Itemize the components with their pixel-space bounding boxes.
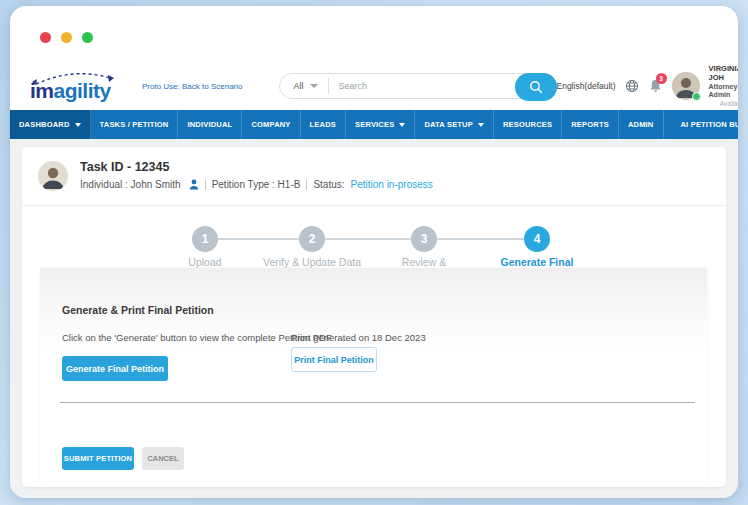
user-info[interactable]: VIRGINIA JOH Attorney Admin Available <box>709 64 738 108</box>
search-filter-dropdown[interactable]: All <box>280 81 328 91</box>
print-generated-text: Print generated on 18 Dec 2023 <box>291 332 426 343</box>
user-avatar[interactable] <box>672 72 700 100</box>
meta-divider <box>205 179 206 190</box>
logo-prefix: im <box>30 79 54 102</box>
chevron-down-icon <box>399 123 405 127</box>
chevron-down-icon <box>75 123 81 127</box>
header-right-cluster: English(default) 3 VIRGINIA JOH Attorney… <box>557 64 739 108</box>
print-final-petition-button[interactable]: Print Final Petition <box>291 347 377 372</box>
user-availability: Available <box>720 100 738 108</box>
notifications-button[interactable]: 3 <box>648 78 663 94</box>
stepper-line <box>205 238 537 240</box>
app-window: imagility Proto Use: Back to Scenario Al… <box>10 6 738 498</box>
language-selector[interactable]: English(default) <box>557 81 616 91</box>
proto-back-link[interactable]: Proto Use: Back to Scenario <box>142 82 243 91</box>
nav-item-services[interactable]: SERVICES <box>346 110 415 139</box>
minimize-window-button[interactable] <box>61 32 72 43</box>
logo-suffix: agility <box>54 79 111 102</box>
cancel-button[interactable]: CANCEL <box>142 447 184 470</box>
petition-stepper: 1 2 3 4 Upload Verify & Update Data Revi… <box>22 205 726 268</box>
app-header: imagility Proto Use: Back to Scenario Al… <box>10 62 738 110</box>
chevron-down-icon <box>310 84 318 88</box>
logo-text: imagility <box>30 79 111 103</box>
step-2-circle[interactable]: 2 <box>299 226 325 252</box>
nav-item-company[interactable]: COMPANY <box>242 110 300 139</box>
chevron-down-icon <box>478 123 484 127</box>
search-icon <box>529 80 543 94</box>
main-nav: DASHBOARD TASKS / PETITION INDIVIDUAL CO… <box>10 110 738 139</box>
user-role: Attorney Admin <box>709 83 738 101</box>
submit-petition-button[interactable]: SUBMIT PETITION <box>62 447 134 470</box>
imagility-logo[interactable]: imagility <box>30 69 118 103</box>
step-4-label: Generate Final <box>467 256 607 268</box>
step-3-circle[interactable]: 3 <box>411 226 437 252</box>
nav-item-ai-petition-building[interactable]: AI PETITION BUILDING <box>664 110 739 139</box>
notification-count-badge: 3 <box>656 73 667 84</box>
task-id-title: Task ID - 12345 <box>80 160 169 174</box>
task-status-value: Petition in-prosess <box>351 179 433 190</box>
meta-divider <box>306 179 307 190</box>
content-area: Task ID - 12345 Individual : John Smith … <box>10 139 738 498</box>
nav-item-individual[interactable]: INDIVIDUAL <box>178 110 242 139</box>
task-card: Task ID - 12345 Individual : John Smith … <box>22 147 726 487</box>
task-petition-type: Petition Type : H1-B <box>212 179 301 190</box>
nav-item-reports[interactable]: REPORTS <box>562 110 619 139</box>
task-individual-avatar <box>38 161 68 191</box>
task-meta-row: Individual : John Smith Petition Type : … <box>80 179 433 190</box>
person-icon[interactable] <box>189 179 199 190</box>
generate-final-petition-button[interactable]: Generate Final Petition <box>62 356 168 381</box>
step-1-circle[interactable]: 1 <box>192 226 218 252</box>
globe-icon[interactable] <box>625 79 639 93</box>
search-button[interactable] <box>515 73 557 101</box>
nav-item-admin[interactable]: ADMIN <box>619 110 664 139</box>
nav-item-tasks-petition[interactable]: TASKS / PETITION <box>91 110 179 139</box>
nav-item-data-setup[interactable]: DATA SETUP <box>415 110 494 139</box>
nav-item-resources[interactable]: RESOURCES <box>494 110 562 139</box>
panel-heading: Generate & Print Final Petition <box>62 304 214 316</box>
window-controls <box>40 32 93 43</box>
generate-print-panel: Generate & Print Final Petition Click on… <box>40 268 707 480</box>
task-individual: Individual : John Smith <box>80 179 181 190</box>
online-status-dot <box>692 92 701 101</box>
step-4-circle[interactable]: 4 <box>524 226 550 252</box>
panel-divider <box>60 402 695 403</box>
user-name: VIRGINIA JOH <box>709 64 738 83</box>
search-filter-value: All <box>294 81 304 91</box>
task-status-label: Status: <box>313 179 344 190</box>
nav-item-dashboard[interactable]: DASHBOARD <box>10 110 91 139</box>
nav-item-leads[interactable]: LEADS <box>301 110 346 139</box>
search-bar: All <box>279 73 557 99</box>
close-window-button[interactable] <box>40 32 51 43</box>
maximize-window-button[interactable] <box>82 32 93 43</box>
